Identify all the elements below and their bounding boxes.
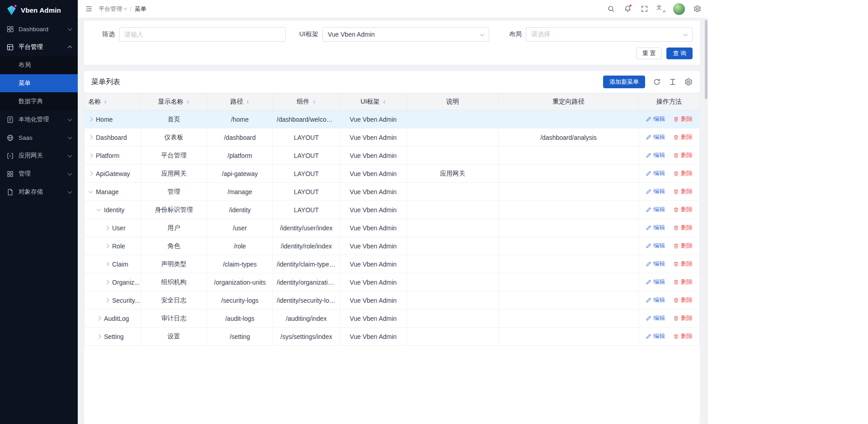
row-expand-icon[interactable] <box>89 135 93 140</box>
table-settings-gear-icon[interactable] <box>684 78 693 86</box>
delete-button[interactable]: 删除 <box>673 133 693 141</box>
delete-button[interactable]: 删除 <box>673 187 693 195</box>
edit-button[interactable]: 编辑 <box>646 260 665 268</box>
table-row[interactable]: Role 角色 /role /identity/role/index Vue V… <box>85 237 700 255</box>
table-row[interactable]: AuditLog 审计日志 /audit-logs /auditing/inde… <box>85 310 700 328</box>
row-redirect: /dashboard/analysis <box>499 129 639 147</box>
edit-button[interactable]: 编辑 <box>646 224 665 232</box>
page-scrollbar[interactable] <box>704 19 708 424</box>
row-expand-icon[interactable] <box>105 244 109 248</box>
sort-icon[interactable]: ▲▼ <box>186 100 190 104</box>
notification-bell-icon[interactable] <box>623 5 632 14</box>
refresh-icon[interactable] <box>653 78 661 86</box>
row-expand-icon[interactable] <box>105 262 109 267</box>
delete-button[interactable]: 删除 <box>673 224 693 232</box>
edit-button[interactable]: 编辑 <box>646 187 665 195</box>
scrollbar-thumb[interactable] <box>705 20 708 99</box>
delete-button[interactable]: 删除 <box>673 242 693 250</box>
filter-input[interactable] <box>119 27 286 42</box>
delete-button[interactable]: 删除 <box>673 332 693 340</box>
add-menu-button[interactable]: 添加新菜单 <box>603 76 645 88</box>
delete-button[interactable]: 删除 <box>673 314 693 322</box>
row-expand-icon[interactable] <box>105 280 109 285</box>
file-icon <box>6 188 14 196</box>
edit-button[interactable]: 编辑 <box>646 296 665 304</box>
delete-button[interactable]: 删除 <box>673 115 693 123</box>
sort-icon[interactable]: ▲▼ <box>312 100 316 104</box>
breadcrumb-root[interactable]: 平台管理 <box>99 5 127 13</box>
edit-button[interactable]: 编辑 <box>646 115 665 123</box>
table-row[interactable]: ApiGateway 应用网关 /api-gateway LAYOUT Vue … <box>85 165 700 183</box>
delete-button[interactable]: 删除 <box>673 260 693 268</box>
notification-badge <box>629 4 632 7</box>
layout-select[interactable]: 请选择 <box>526 27 693 42</box>
row-expand-icon[interactable] <box>105 298 109 303</box>
row-expand-icon[interactable] <box>89 172 93 176</box>
column-header-path[interactable]: 路径 ▲▼ <box>207 93 273 110</box>
ui-framework-select[interactable]: Vue Vben Admin <box>322 27 489 42</box>
row-height-icon[interactable] <box>669 78 677 86</box>
sort-icon[interactable]: ▲▼ <box>246 100 250 104</box>
row-expand-icon[interactable] <box>97 334 101 339</box>
sidebar-item-localization[interactable]: 本地化管理 <box>0 110 78 129</box>
sidebar-item-dashboard[interactable]: Dashboard <box>0 20 78 38</box>
edit-button[interactable]: 编辑 <box>646 332 665 340</box>
sort-icon[interactable]: ▲▼ <box>104 100 107 104</box>
row-expand-icon[interactable] <box>97 207 101 211</box>
column-header-framework[interactable]: UI框架 ▲▼ <box>340 93 407 110</box>
column-header-display-name[interactable]: 显示名称 ▲▼ <box>141 93 207 110</box>
edit-button[interactable]: 编辑 <box>646 151 665 159</box>
sidebar-item-platform-management[interactable]: 平台管理 <box>0 38 78 56</box>
column-header-component[interactable]: 组件 ▲▼ <box>273 93 340 110</box>
delete-button[interactable]: 删除 <box>673 169 693 177</box>
table-row[interactable]: Claim 声明类型 /claim-types /identity/claim-… <box>85 255 700 273</box>
sidebar-item-menu[interactable]: 菜单 <box>0 74 78 92</box>
edit-button[interactable]: 编辑 <box>646 169 665 177</box>
table-row[interactable]: Setting 设置 /setting /sys/settings/index … <box>85 328 700 346</box>
row-expand-icon[interactable] <box>105 226 109 230</box>
edit-pencil-icon <box>646 225 651 231</box>
sort-icon[interactable]: ▲▼ <box>382 100 386 104</box>
app-logo[interactable]: Vben Admin <box>0 0 78 20</box>
sidebar-item-data-dictionary[interactable]: 数据字典 <box>0 92 78 110</box>
column-header-name[interactable]: 名称 ▲▼ <box>85 93 141 110</box>
table-row[interactable]: Dashboard 仪表板 /dashboard LAYOUT Vue Vben… <box>85 129 700 147</box>
trash-icon <box>673 116 679 122</box>
sidebar-item-manage[interactable]: 管理 <box>0 165 78 183</box>
table-row[interactable]: Security... 安全日志 /security-logs /identit… <box>85 291 700 310</box>
edit-button[interactable]: 编辑 <box>646 133 665 141</box>
delete-button[interactable]: 删除 <box>673 205 693 214</box>
table-row[interactable]: Identity 身份标识管理 /identity LAYOUT Vue Vbe… <box>85 201 700 219</box>
row-expand-icon[interactable] <box>97 316 101 321</box>
table-row[interactable]: Home 首页 /home /dashboard/welcome/in... V… <box>85 110 700 129</box>
search-icon[interactable] <box>606 5 615 14</box>
edit-button[interactable]: 编辑 <box>646 242 665 250</box>
table-row[interactable]: User 用户 /user /identity/user/index Vue V… <box>85 219 700 237</box>
search-button[interactable]: 查 询 <box>666 48 693 59</box>
edit-button[interactable]: 编辑 <box>646 278 665 286</box>
edit-button[interactable]: 编辑 <box>646 205 665 214</box>
trash-icon <box>673 189 679 195</box>
delete-button[interactable]: 删除 <box>673 296 693 304</box>
grid-icon <box>6 170 14 178</box>
delete-button[interactable]: 删除 <box>673 151 693 159</box>
menu-fold-icon[interactable] <box>84 5 93 14</box>
reset-button[interactable]: 重 置 <box>636 48 662 59</box>
row-name: Role <box>112 243 125 250</box>
settings-gear-icon[interactable] <box>693 5 702 14</box>
edit-button[interactable]: 编辑 <box>646 314 665 322</box>
table-row[interactable]: Platform 平台管理 /platform LAYOUT Vue Vben … <box>85 147 700 165</box>
row-expand-icon[interactable] <box>89 117 93 122</box>
sidebar-item-saas[interactable]: Saas <box>0 129 78 147</box>
sidebar-item-object-storage[interactable]: 对象存储 <box>0 183 78 201</box>
sidebar-item-layout[interactable]: 布局 <box>0 56 78 74</box>
row-expand-icon[interactable] <box>89 153 93 158</box>
table-row[interactable]: Manage 管理 /manage LAYOUT Vue Vben Admin … <box>85 183 700 201</box>
fullscreen-icon[interactable] <box>640 5 649 14</box>
sidebar-item-api-gateway[interactable]: 应用网关 <box>0 147 78 165</box>
delete-button[interactable]: 删除 <box>673 278 693 286</box>
row-expand-icon[interactable] <box>89 189 93 193</box>
table-row[interactable]: Organiz... 组织机构 /organization-units /ide… <box>85 273 700 291</box>
user-avatar[interactable] <box>673 3 685 15</box>
language-switch-icon[interactable]: 文 A <box>656 5 665 14</box>
